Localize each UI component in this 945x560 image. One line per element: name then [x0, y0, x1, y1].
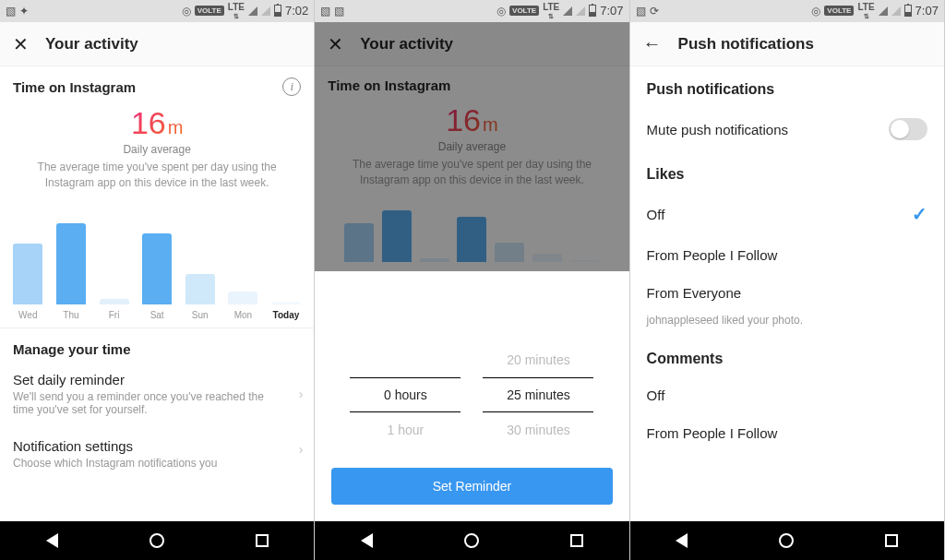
status-bar: ▧ ▧ ◎ VOLTE LTE⇅ 7:07	[315, 0, 628, 22]
app-header: ✕ Your activity	[315, 22, 628, 66]
android-nav-bar	[630, 521, 944, 560]
status-time: 7:07	[600, 4, 623, 18]
picker-selected: 0 hours	[350, 377, 461, 412]
android-nav-bar	[315, 521, 628, 560]
close-icon[interactable]: ✕	[328, 33, 343, 55]
battery-icon	[274, 5, 281, 17]
status-time: 7:02	[285, 4, 308, 18]
battery-icon	[589, 5, 596, 17]
daily-average-block: 16m Daily average The average time you'v…	[0, 100, 314, 200]
page-title: Your activity	[45, 35, 138, 54]
picker-option: 30 minutes	[483, 412, 593, 447]
chart-bar[interactable]: Mon	[224, 292, 262, 319]
section-title: Time on Instagram	[13, 79, 136, 95]
android-nav-bar	[0, 521, 314, 560]
app-header: ✕ Your activity	[0, 22, 314, 66]
row-label: From People I Follow	[647, 425, 778, 441]
mute-toggle[interactable]	[889, 118, 927, 140]
row-label: Off	[647, 387, 665, 403]
list-item-title: Notification settings	[13, 438, 301, 454]
usage-bar-chart	[315, 197, 628, 262]
status-bar: ▧ ⟳ ◎ VOLTE LTE⇅ 7:07	[630, 0, 944, 22]
comments-option-follow[interactable]: From People I Follow	[630, 414, 944, 452]
list-item-title: Set daily reminder	[13, 372, 301, 387]
page-title: Push notifications	[678, 35, 814, 54]
nav-back-icon[interactable]	[676, 533, 688, 548]
back-arrow-icon[interactable]: ←	[643, 33, 662, 54]
picker-option	[350, 342, 461, 377]
nav-home-icon[interactable]	[464, 533, 479, 548]
screen-push-notifications: ▧ ⟳ ◎ VOLTE LTE⇅ 7:07 ← Push notificatio…	[630, 0, 945, 560]
signal-icon-2	[891, 6, 901, 16]
chart-bar[interactable]: Fri	[95, 299, 133, 320]
signal-icon-2	[576, 6, 585, 16]
screen-your-activity: ▧ ✦ ◎ VOLTE LTE⇅ 7:02 ✕ Your activity Ti…	[0, 0, 315, 560]
section-title-comments: Comments	[630, 336, 944, 376]
row-label: Off	[647, 207, 665, 222]
nav-recents-icon[interactable]	[256, 534, 269, 547]
nav-home-icon[interactable]	[779, 533, 794, 548]
daily-average-block: 16m Daily average The average time you'v…	[315, 97, 628, 197]
status-bar: ▧ ✦ ◎ VOLTE LTE⇅ 7:02	[0, 0, 314, 22]
chart-bar	[532, 254, 564, 261]
daily-average-description: The average time you've spent per day us…	[17, 160, 297, 191]
section-title-likes: Likes	[630, 151, 944, 192]
check-icon: ✓	[912, 203, 927, 225]
chart-bar[interactable]: Thu	[53, 223, 90, 320]
daily-average-value: 16m	[131, 105, 184, 141]
cast-icon: ◎	[496, 5, 506, 18]
app-header: ← Push notifications	[630, 22, 944, 66]
picker-selected: 25 minutes	[483, 377, 593, 412]
nav-back-icon[interactable]	[361, 533, 373, 548]
picker-option: 1 hour	[350, 412, 461, 447]
chart-bar[interactable]: Sun	[181, 274, 219, 320]
nav-recents-icon[interactable]	[570, 534, 583, 547]
chart-bar	[418, 258, 450, 262]
list-item-desc: We'll send you a reminder once you've re…	[13, 390, 301, 416]
likes-option-follow[interactable]: From People I Follow	[630, 236, 944, 274]
hours-picker[interactable]: 0 hours 1 hour	[350, 342, 461, 447]
set-daily-reminder-row[interactable]: Set daily reminder We'll send you a remi…	[0, 361, 314, 427]
mute-push-row[interactable]: Mute push notifications	[630, 107, 944, 151]
set-reminder-button[interactable]: Set Reminder	[331, 468, 612, 505]
minutes-picker[interactable]: 20 minutes 25 minutes 30 minutes	[483, 342, 593, 447]
daily-average-value: 16m	[446, 102, 498, 138]
daily-average-label: Daily average	[17, 143, 297, 156]
status-time: 7:07	[915, 4, 939, 18]
signal-icon	[248, 6, 257, 16]
likes-option-off[interactable]: Off ✓	[630, 192, 944, 236]
signal-icon-2	[261, 6, 270, 16]
leaf-icon: ✦	[19, 5, 29, 18]
screen-set-reminder-picker: ▧ ▧ ◎ VOLTE LTE⇅ 7:07 ✕ Your activity Ti…	[315, 0, 629, 560]
usage-bar-chart: WedThuFriSatSunMonToday	[0, 200, 314, 320]
row-label: From People I Follow	[647, 247, 778, 263]
cast-icon: ◎	[811, 5, 820, 18]
nav-back-icon[interactable]	[46, 533, 58, 548]
daily-average-description: The average time you've spent per day us…	[331, 157, 612, 188]
chart-bar[interactable]: Sat	[138, 233, 176, 320]
sync-icon: ⟳	[650, 5, 659, 18]
volte-badge: VOLTE	[195, 6, 224, 16]
chevron-right-icon: ›	[299, 442, 304, 457]
lte-badge: LTE⇅	[543, 3, 559, 19]
notification-settings-row[interactable]: Notification settings Choose which Insta…	[0, 427, 314, 471]
nav-home-icon[interactable]	[150, 533, 164, 548]
lte-badge: LTE⇅	[228, 3, 245, 19]
comments-option-off[interactable]: Off	[630, 376, 944, 414]
time-picker-sheet: 0 hours 1 hour 20 minutes 25 minutes 30 …	[315, 329, 628, 521]
picture-icon: ▧	[320, 5, 330, 18]
chart-bar	[569, 260, 602, 261]
lte-badge: LTE⇅	[857, 3, 874, 19]
chart-bar[interactable]: Today	[268, 302, 305, 319]
nav-recents-icon[interactable]	[885, 534, 898, 547]
close-icon[interactable]: ✕	[13, 33, 29, 55]
chart-bar	[380, 210, 413, 262]
section-title: Time on Instagram	[328, 77, 450, 93]
likes-option-everyone[interactable]: From Everyone	[630, 274, 944, 312]
info-icon[interactable]: i	[282, 77, 301, 96]
likes-hint: johnappleseed liked your photo.	[630, 312, 944, 336]
volte-badge: VOLTE	[509, 6, 539, 16]
chart-bar[interactable]: Wed	[9, 244, 47, 320]
battery-icon	[904, 5, 912, 17]
picture-icon: ▧	[636, 5, 646, 18]
